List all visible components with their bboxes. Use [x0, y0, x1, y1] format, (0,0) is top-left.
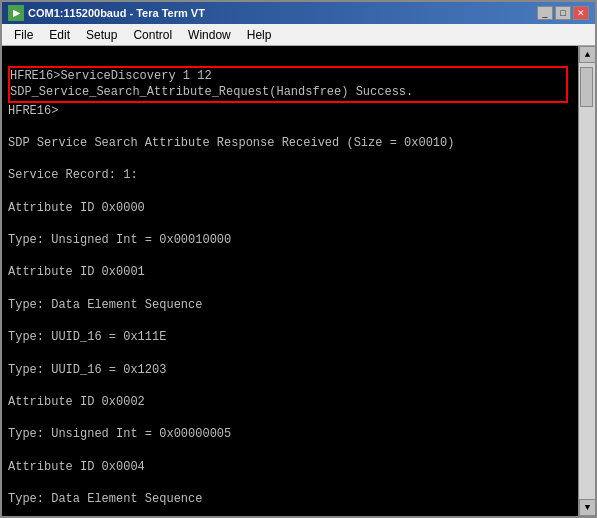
- terminal-line: Attribute ID 0x0002: [8, 394, 572, 410]
- terminal-line: HFRE16>ServiceDiscovery 1 12 SDP_Service…: [8, 66, 568, 102]
- terminal-line: SDP Service Search Attribute Response Re…: [8, 135, 572, 151]
- menu-help[interactable]: Help: [239, 26, 280, 44]
- menu-window[interactable]: Window: [180, 26, 239, 44]
- title-bar-left: ▶ COM1:115200baud - Tera Term VT: [8, 5, 205, 21]
- app-icon: ▶: [8, 5, 24, 21]
- menu-file[interactable]: File: [6, 26, 41, 44]
- window-title: COM1:115200baud - Tera Term VT: [28, 7, 205, 19]
- menu-bar: File Edit Setup Control Window Help: [2, 24, 595, 46]
- scrollbar-thumb[interactable]: [580, 67, 593, 107]
- main-window: ▶ COM1:115200baud - Tera Term VT _ □ ✕ F…: [0, 0, 597, 518]
- scroll-up-button[interactable]: ▲: [579, 46, 595, 63]
- menu-setup[interactable]: Setup: [78, 26, 125, 44]
- terminal-line: Type: Unsigned Int = 0x00000005: [8, 426, 572, 442]
- terminal-wrapper: HFRE16>ServiceDiscovery 1 12 SDP_Service…: [2, 46, 595, 516]
- close-button[interactable]: ✕: [573, 6, 589, 20]
- menu-control[interactable]: Control: [125, 26, 180, 44]
- scrollbar: ▲ ▼: [578, 46, 595, 516]
- terminal-line: Type: Data Element Sequence: [8, 491, 572, 507]
- title-bar: ▶ COM1:115200baud - Tera Term VT _ □ ✕: [2, 2, 595, 24]
- menu-edit[interactable]: Edit: [41, 26, 78, 44]
- scroll-down-button[interactable]: ▼: [579, 499, 595, 516]
- terminal-line: Attribute ID 0x0004: [8, 459, 572, 475]
- terminal-line: Attribute ID 0x0001: [8, 264, 572, 280]
- scrollbar-track[interactable]: [579, 63, 595, 499]
- minimize-button[interactable]: _: [537, 6, 553, 20]
- terminal-line: Type: Unsigned Int = 0x00010000: [8, 232, 572, 248]
- terminal-output[interactable]: HFRE16>ServiceDiscovery 1 12 SDP_Service…: [2, 46, 578, 516]
- terminal-line: Type: Data Element Sequence: [8, 297, 572, 313]
- terminal-line: HFRE16>: [8, 103, 572, 119]
- maximize-button[interactable]: □: [555, 6, 571, 20]
- terminal-line: Type: UUID_16 = 0x1203: [8, 362, 572, 378]
- terminal-line: Type: UUID_16 = 0x111E: [8, 329, 572, 345]
- window-controls: _ □ ✕: [537, 6, 589, 20]
- terminal-line: Service Record: 1:: [8, 167, 572, 183]
- terminal-line: Attribute ID 0x0000: [8, 200, 572, 216]
